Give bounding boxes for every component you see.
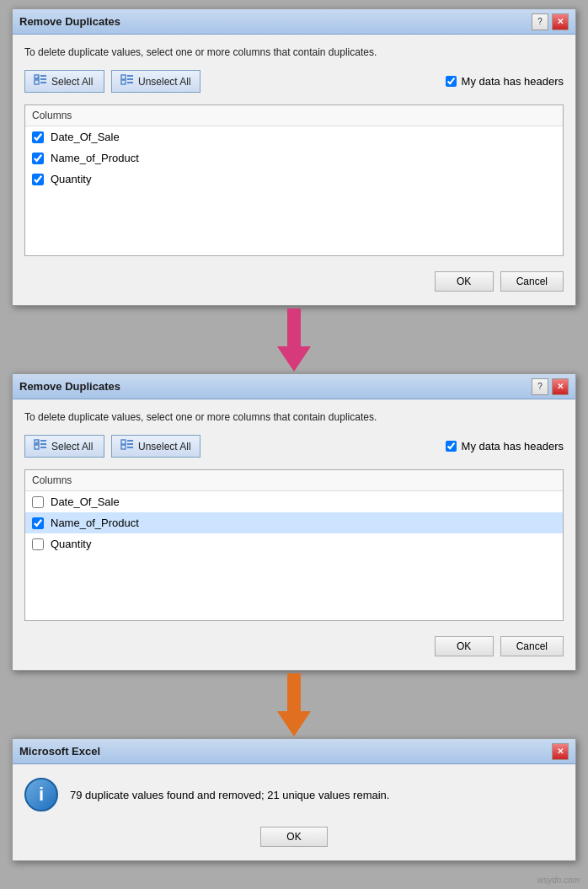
dialog1-columns-box: Columns Date_Of_Sale Name_of_Product Qua… (24, 104, 564, 256)
dialog1-description: To delete duplicate values, select one o… (24, 45, 564, 60)
dialog2-col3-checkbox[interactable] (32, 538, 44, 550)
excel-dialog-message: 79 duplicate values found and removed; 2… (70, 789, 389, 801)
dialog1-col1-label: Date_Of_Sale (51, 131, 120, 143)
dialog2-body: To delete duplicate values, select one o… (13, 399, 575, 670)
remove-duplicates-dialog-1: Remove Duplicates ? ✕ To delete duplicat… (12, 8, 576, 306)
pink-arrow (269, 308, 319, 372)
dialog2-cancel-button[interactable]: Cancel (500, 636, 564, 656)
dialog1-close-button[interactable]: ✕ (552, 13, 569, 30)
excel-dialog-close-button[interactable]: ✕ (552, 743, 569, 760)
dialog1-headers-checkbox[interactable] (446, 76, 457, 87)
dialog1-body: To delete duplicate values, select one o… (13, 35, 575, 305)
dialog1-select-all-button[interactable]: Select All (24, 70, 104, 93)
excel-dialog-title: Microsoft Excel (19, 745, 100, 758)
dialog2-headers-checkbox[interactable] (446, 441, 457, 452)
dialog1-unselect-all-button[interactable]: Unselect All (111, 70, 200, 93)
dialog2-close-button[interactable]: ✕ (552, 378, 569, 395)
svg-rect-2 (40, 78, 46, 80)
select-all-icon (34, 74, 47, 88)
svg-rect-8 (127, 82, 133, 83)
svg-rect-6 (127, 75, 133, 77)
dialog2-ok-button[interactable]: OK (435, 636, 494, 656)
dialog1-titlebar: Remove Duplicates ? ✕ (13, 9, 575, 35)
svg-rect-12 (40, 440, 46, 442)
dialog1-columns-header: Columns (25, 105, 563, 126)
dialog1-col3-label: Quantity (51, 173, 91, 185)
svg-marker-21 (277, 673, 311, 736)
dialog1-titlebar-buttons: ? ✕ (532, 13, 569, 30)
excel-dialog-titlebar: Microsoft Excel ✕ (13, 739, 575, 764)
dialog1-help-button[interactable]: ? (532, 13, 548, 30)
excel-message-dialog: Microsoft Excel ✕ i 79 duplicate values … (12, 738, 576, 861)
svg-rect-4 (35, 80, 39, 84)
svg-rect-5 (121, 75, 126, 79)
remove-duplicates-dialog-2: Remove Duplicates ? ✕ To delete duplicat… (12, 373, 576, 671)
dialog2-col2-checkbox[interactable] (32, 517, 44, 529)
svg-rect-18 (127, 443, 133, 445)
dialog1-title: Remove Duplicates (19, 15, 120, 28)
dialog1-col1-checkbox[interactable] (32, 131, 44, 143)
dialog1-unselect-all-label: Unselect All (138, 76, 191, 88)
svg-rect-17 (127, 440, 133, 442)
svg-rect-7 (127, 78, 133, 80)
dialog1-col3-checkbox[interactable] (32, 174, 44, 185)
excel-message-row: i 79 duplicate values found and removed;… (24, 778, 564, 811)
arrow1-container (269, 306, 319, 373)
svg-rect-13 (40, 443, 46, 445)
dialog2-col1-label: Date_Of_Sale (51, 495, 120, 508)
dialog2-columns-box: Columns Date_Of_Sale Name_of_Product Qua… (24, 469, 564, 621)
dialog1-select-all-label: Select All (51, 76, 93, 88)
dialog2-col2-label: Name_of_Product (51, 517, 139, 529)
dialog2-title: Remove Duplicates (19, 380, 120, 393)
excel-dialog-ok-button[interactable]: OK (260, 827, 328, 847)
dialog2-description: To delete duplicate values, select one o… (24, 410, 564, 425)
svg-rect-14 (40, 447, 46, 448)
svg-rect-16 (121, 440, 126, 444)
dialog1-headers-row: My data has headers (446, 75, 564, 88)
dialog2-unselect-all-button[interactable]: Unselect All (111, 435, 200, 458)
svg-rect-19 (127, 447, 133, 448)
excel-dialog-titlebar-buttons: ✕ (552, 743, 569, 760)
dialog1-ok-button[interactable]: OK (435, 271, 494, 292)
dialog2-headers-row: My data has headers (446, 440, 564, 453)
excel-dialog-body: i 79 duplicate values found and removed;… (13, 764, 575, 860)
dialog2-unselect-all-label: Unselect All (138, 441, 191, 453)
svg-marker-10 (277, 308, 311, 372)
svg-rect-9 (121, 80, 126, 84)
svg-rect-15 (35, 445, 39, 449)
table-row: Quantity (25, 169, 563, 190)
dialog2-titlebar: Remove Duplicates ? ✕ (13, 374, 575, 399)
arrow2-container (269, 671, 319, 738)
svg-rect-1 (40, 75, 46, 77)
dialog2-columns-header: Columns (25, 470, 563, 491)
select-all-icon-2 (34, 439, 47, 453)
table-row: Date_Of_Sale (25, 126, 563, 147)
dialog1-headers-label: My data has headers (462, 75, 564, 88)
table-row: Quantity (25, 533, 563, 554)
dialog2-headers-label: My data has headers (462, 440, 564, 453)
dialog1-cancel-button[interactable]: Cancel (500, 271, 564, 292)
dialog2-select-all-label: Select All (51, 441, 93, 453)
svg-rect-3 (40, 82, 46, 83)
dialog1-col2-label: Name_of_Product (51, 152, 139, 164)
info-icon: i (24, 778, 58, 811)
svg-rect-20 (121, 445, 126, 449)
dialog2-help-button[interactable]: ? (532, 378, 548, 395)
dialog1-ok-cancel-row: OK Cancel (24, 268, 564, 295)
watermark: wsydn.com (537, 876, 580, 885)
unselect-all-icon-2 (120, 439, 134, 453)
dialog2-button-row: Select All Unselect All (24, 435, 200, 458)
dialog1-col2-checkbox[interactable] (32, 153, 44, 164)
dialog2-col1-checkbox[interactable] (32, 496, 44, 508)
dialog2-header-row: Select All Unselect All (24, 435, 564, 458)
dialog2-select-all-button[interactable]: Select All (24, 435, 104, 458)
dialog1-header-row: Select All Unselect All (24, 70, 564, 93)
table-row: Name_of_Product (25, 512, 563, 533)
dialog2-col3-label: Quantity (51, 538, 91, 550)
table-row: Date_Of_Sale (25, 491, 563, 512)
dialog2-titlebar-buttons: ? ✕ (532, 378, 569, 395)
unselect-all-icon (120, 74, 134, 88)
dialog2-ok-cancel-row: OK Cancel (24, 633, 564, 660)
orange-arrow (269, 673, 319, 736)
dialog1-button-row: Select All Unselect All (24, 70, 200, 93)
